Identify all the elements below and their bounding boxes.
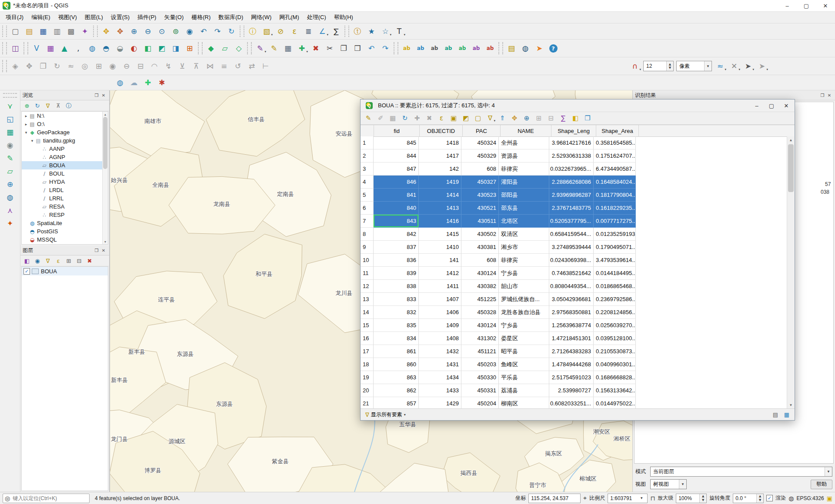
table-cell[interactable]: 0.8080449354... [549, 280, 594, 293]
table-cell[interactable]: 839 [374, 267, 419, 280]
table-cell[interactable]: 1429 [419, 397, 461, 408]
close-panel-icon[interactable]: ✕ [826, 92, 833, 99]
table-cell[interactable]: 荔浦县 [499, 384, 549, 397]
table-cell[interactable]: 北塔区 [499, 215, 549, 228]
table-cell[interactable]: 1412 [419, 267, 461, 280]
row-number-cell[interactable]: 15 [361, 319, 374, 332]
zoom-to-layer-button[interactable]: ◉ [183, 25, 196, 37]
toolbar-handle[interactable] [93, 26, 98, 36]
browser-item-o[interactable]: ▸▤O:\ [22, 120, 108, 128]
globe-web-tool-button[interactable]: ◍ [3, 191, 17, 203]
select-features-button[interactable]: ▧▾ [260, 25, 273, 37]
table-cell[interactable]: 1419 [419, 176, 461, 189]
highlight-pinned-labels-button[interactable]: ab [442, 42, 455, 54]
browser-item-agnp[interactable]: ∴AGNP [22, 153, 108, 161]
table-cell[interactable]: 1.47849444268 [549, 358, 594, 371]
table-cell[interactable]: 0.0186865468... [594, 280, 636, 293]
open-project-button[interactable]: ▤ [23, 25, 36, 37]
table-cell[interactable]: 昭平县 [499, 345, 549, 358]
table-cell[interactable]: 0.5205377795... [549, 215, 594, 228]
table-cell[interactable]: 0.74638521642 [549, 267, 594, 280]
toolbar-handle[interactable] [344, 26, 349, 36]
add-delimited-text-layer-button[interactable]: , [72, 42, 85, 54]
table-row[interactable]: 28441417450329资源县2.529306313380.17516247… [361, 149, 787, 162]
form-view-button[interactable]: ▤ [771, 410, 780, 419]
table-cell[interactable]: 龙胜各族自治县 [499, 306, 549, 319]
magnifier-spinbox[interactable]: 100% ▲▼ [676, 494, 707, 503]
table-cell[interactable]: 0.0256039270... [594, 319, 636, 332]
enable-tracing-button[interactable]: ≈▾ [714, 60, 727, 72]
add-xyz-layer-button[interactable]: ⊞ [183, 42, 196, 54]
menu-item-processing[interactable]: 处理(C) [303, 12, 330, 23]
add-vector-layer-button[interactable]: V [30, 42, 43, 54]
raster-grid-tool-button[interactable]: ▦ [3, 126, 17, 138]
table-cell[interactable]: 430124 [461, 267, 499, 280]
table-cell[interactable]: 0.0243069398... [549, 254, 594, 267]
merge-feature-attributes-button[interactable]: ≡ [217, 60, 230, 72]
table-row[interactable]: 218571429450204柳南区0.6082033251...0.01449… [361, 397, 787, 408]
filter-legend-button[interactable]: ∇ [43, 256, 53, 265]
select-by-expression-button[interactable]: ε [436, 113, 447, 123]
toolbar-handle[interactable] [247, 42, 252, 54]
locate-search[interactable]: ◎ [3, 494, 90, 503]
table-cell[interactable]: 450327 [461, 176, 499, 189]
table-view-button[interactable]: ▦ [782, 410, 792, 419]
table-cell[interactable]: 1408 [419, 332, 461, 345]
menu-item-project[interactable]: 项目(J) [2, 12, 27, 23]
rotate-label-button[interactable]: ab [470, 42, 483, 54]
add-spatialite-layer-button[interactable]: ◍ [86, 42, 99, 54]
table-cell[interactable]: 450329 [461, 149, 499, 162]
add-feature-button[interactable]: ✚▾ [295, 42, 308, 54]
table-cell[interactable]: 2.539980727 [549, 384, 594, 397]
split-features-button[interactable]: ⊻ [176, 60, 189, 72]
table-cell[interactable]: 450203 [461, 358, 499, 371]
add-mssql-layer-button[interactable]: ◒ [114, 42, 127, 54]
pan-to-selection-button[interactable]: ✥ [114, 25, 127, 37]
help-button[interactable]: 帮助 [811, 480, 832, 489]
delete-part-button[interactable]: ⊟ [134, 60, 147, 72]
pan-to-selected-button[interactable]: ✥ [509, 113, 520, 123]
row-number-cell[interactable]: 4 [361, 176, 374, 189]
add-mesh-layer-button[interactable]: ▲ [58, 42, 71, 54]
column-header-pac[interactable]: PAC [463, 125, 501, 136]
table-cell[interactable]: 0.1686668828... [594, 371, 636, 384]
table-cell[interactable]: 1433 [419, 384, 461, 397]
table-cell[interactable]: 841 [374, 189, 419, 202]
table-cell[interactable]: 2.93969896287 [549, 189, 594, 202]
table-cell[interactable]: 0.1563133642... [594, 384, 636, 397]
menu-item-web[interactable]: 网络(W) [247, 12, 275, 23]
table-cell[interactable]: 罗城仫佬族自... [499, 293, 549, 306]
table-cell[interactable]: 柳南区 [499, 397, 549, 408]
table-cell[interactable]: 全州县 [499, 136, 549, 149]
browser-item-resp[interactable]: ∴RESP [22, 211, 108, 219]
cut-features-button[interactable]: ✂ [323, 42, 336, 54]
column-header-shape_leng[interactable]: Shape_Leng [551, 125, 596, 136]
table-cell[interactable]: 1410 [419, 241, 461, 254]
spin-arrows-icon[interactable]: ▲▼ [699, 494, 706, 503]
close-button[interactable]: ✕ [816, 0, 835, 11]
table-cell[interactable]: 6.4734490587... [594, 162, 636, 176]
county-polygon[interactable] [297, 464, 394, 492]
toolbar-handle[interactable] [240, 26, 244, 36]
new-project-button[interactable]: ▢ [9, 25, 22, 37]
browser-item-boua[interactable]: ▱BOUA [22, 161, 108, 169]
database-manager-button[interactable]: ▤ [505, 42, 518, 54]
pin-labels-button[interactable]: ab [428, 42, 441, 54]
remove-layer-button[interactable]: ✖ [85, 256, 94, 265]
table-row[interactable]: 118391412430124宁乡县0.746385216420.0144184… [361, 267, 787, 280]
menu-item-mesh[interactable]: 网孔(M) [275, 12, 303, 23]
layer-visibility-checkbox[interactable]: ✓ [23, 268, 30, 275]
table-cell[interactable]: 861 [374, 345, 419, 358]
snap-tolerance-spinbox[interactable]: 12▲▼ [643, 61, 674, 71]
field-calculator-button[interactable]: ∑ [558, 113, 569, 123]
table-cell[interactable]: 838 [374, 280, 419, 293]
table-cell[interactable]: 0.2105530873... [594, 345, 636, 358]
measure-button[interactable]: ∠▾ [316, 25, 329, 37]
browser-item-spatialite[interactable]: ◍SpatiaLite [22, 219, 108, 227]
table-cell[interactable]: 湘乡市 [499, 241, 549, 254]
toolbar-handle[interactable] [2, 26, 7, 36]
row-number-cell[interactable]: 9 [361, 241, 374, 254]
raster-tool-button[interactable]: ✱ [155, 76, 168, 89]
zoom-to-selection-button[interactable]: ⊚ [169, 25, 182, 37]
maximize-button[interactable]: ▢ [764, 103, 779, 109]
